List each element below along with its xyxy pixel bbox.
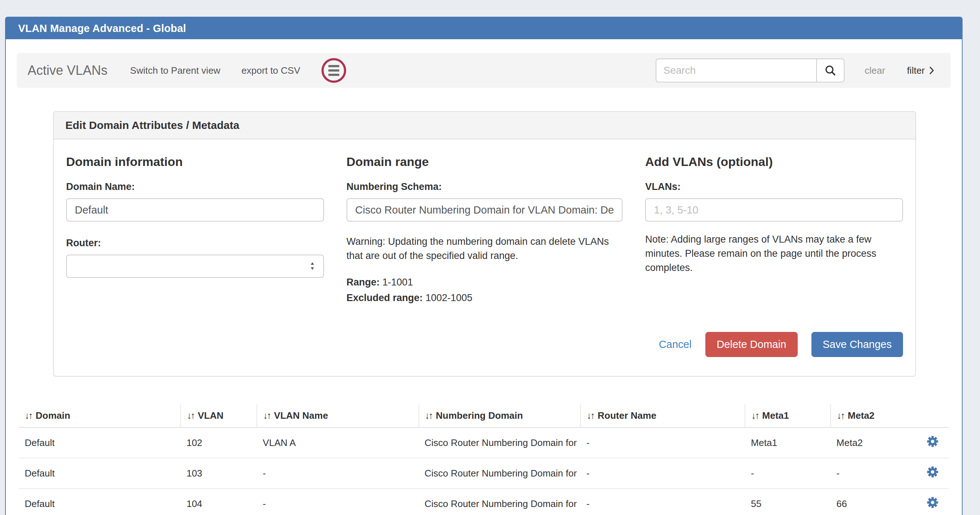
column-header-actions xyxy=(916,404,949,428)
sort-icon: ↓↑ xyxy=(837,410,844,421)
cell-router-name: - xyxy=(581,428,745,458)
edit-panel-body: Domain information Domain Name: Router: xyxy=(54,140,915,376)
filter-toggle[interactable]: filter xyxy=(907,65,934,76)
row-settings-gear-button[interactable] xyxy=(927,436,938,447)
column-header-meta1[interactable]: ↓↑Meta1 xyxy=(745,404,831,428)
cell-numbering-domain: Cisco Router Numbering Domain for … xyxy=(419,428,581,458)
cell-meta1: Meta1 xyxy=(745,428,831,458)
sort-icon: ↓↑ xyxy=(263,410,270,421)
cell-vlan: 103 xyxy=(181,458,257,488)
column-header-meta2[interactable]: ↓↑Meta2 xyxy=(831,404,916,428)
cell-domain: Default xyxy=(19,428,181,458)
cell-vlan: 104 xyxy=(181,488,257,515)
range-value: 1-1001 xyxy=(382,277,413,288)
cell-domain: Default xyxy=(19,458,181,488)
numbering-schema-value: Cisco Router Numbering Domain for VLAN D… xyxy=(355,204,614,216)
column-header-vlan[interactable]: ↓↑VLAN xyxy=(181,404,257,428)
column-header-label: Domain xyxy=(36,410,70,421)
cancel-button[interactable]: Cancel xyxy=(659,339,692,350)
toolbar: Active VLANs Switch to Parent view expor… xyxy=(17,53,951,88)
domain-information-section: Domain information Domain Name: Router: xyxy=(66,155,324,308)
cell-router-name: - xyxy=(581,488,745,515)
domain-name-field-block: Domain Name: xyxy=(66,181,324,221)
cell-meta2: - xyxy=(831,458,916,488)
add-vlans-heading: Add VLANs (optional) xyxy=(645,155,903,169)
cell-vlan-name: VLAN A xyxy=(257,428,418,458)
column-header-numbering-domain[interactable]: ↓↑Numbering Domain xyxy=(419,404,581,428)
range-line: Range: 1-1001 xyxy=(347,277,622,288)
range-info: Range: 1-1001 Excluded range: 1002-1005 xyxy=(347,277,622,304)
row-settings-gear-button[interactable] xyxy=(927,466,938,478)
edit-form-grid: Domain information Domain Name: Router: xyxy=(66,155,903,308)
router-field-block: Router: xyxy=(66,237,324,278)
cell-router-name: - xyxy=(581,458,745,488)
column-header-label: VLAN xyxy=(197,410,223,421)
hamburger-icon xyxy=(328,65,339,67)
cell-actions xyxy=(916,458,949,488)
vlan-table: ↓↑Domain↓↑VLAN↓↑VLAN Name↓↑Numbering Dom… xyxy=(19,404,949,515)
edit-panel-title: Edit Domain Attributes / Metadata xyxy=(54,112,915,140)
vlans-input[interactable] xyxy=(645,198,903,221)
cell-vlan-name: - xyxy=(257,458,418,488)
router-select[interactable] xyxy=(66,254,324,278)
router-label: Router: xyxy=(66,237,324,249)
vlan-table-wrap: ↓↑Domain↓↑VLAN↓↑VLAN Name↓↑Numbering Dom… xyxy=(17,404,951,515)
gear-icon xyxy=(927,436,938,447)
sort-icon: ↓↑ xyxy=(587,410,594,421)
actions-row: Cancel Delete Domain Save Changes xyxy=(66,332,903,357)
table-row: Default102VLAN ACisco Router Numbering D… xyxy=(19,428,949,458)
domain-name-label: Domain Name: xyxy=(66,181,324,192)
column-header-router-name[interactable]: ↓↑Router Name xyxy=(581,404,745,428)
sort-icon: ↓↑ xyxy=(25,410,32,421)
chevron-right-icon xyxy=(929,66,934,75)
add-vlans-section: Add VLANs (optional) VLANs: Note: Adding… xyxy=(645,155,903,308)
magnifier-icon xyxy=(824,64,837,76)
table-row: Default103-Cisco Router Numbering Domain… xyxy=(19,458,949,488)
cell-meta1: - xyxy=(745,458,831,488)
clear-link[interactable]: clear xyxy=(865,65,885,76)
hamburger-menu-button[interactable] xyxy=(321,58,346,83)
title-bar: VLAN Manage Advanced - Global xyxy=(6,17,962,39)
domain-name-input[interactable] xyxy=(66,198,324,221)
save-changes-button[interactable]: Save Changes xyxy=(811,332,903,357)
page-title: VLAN Manage Advanced - Global xyxy=(18,22,186,35)
sort-icon: ↓↑ xyxy=(425,410,432,421)
add-vlans-note: Note: Adding large ranges of VLANs may t… xyxy=(645,232,903,275)
numbering-schema-label: Numbering Schema: xyxy=(347,181,622,192)
panel-body: Active VLANs Switch to Parent view expor… xyxy=(6,39,962,515)
cell-actions xyxy=(916,488,949,515)
sort-icon: ↓↑ xyxy=(751,410,759,421)
select-arrows-icon xyxy=(309,261,315,271)
active-vlans-heading: Active VLANs xyxy=(28,63,108,78)
edit-domain-panel: Edit Domain Attributes / Metadata Domain… xyxy=(53,111,916,377)
domain-information-heading: Domain information xyxy=(66,155,324,169)
numbering-schema-select[interactable]: Cisco Router Numbering Domain for VLAN D… xyxy=(347,198,622,221)
numbering-warning-text: Warning: Updating the numbering domain c… xyxy=(347,235,622,263)
cell-meta1: 55 xyxy=(745,488,831,515)
column-header-domain[interactable]: ↓↑Domain xyxy=(19,404,181,428)
switch-parent-view-link[interactable]: Switch to Parent view xyxy=(130,65,221,76)
cell-meta2: 66 xyxy=(831,488,916,515)
excluded-range-value: 1002-1005 xyxy=(425,292,472,303)
export-csv-link[interactable]: export to CSV xyxy=(242,65,301,76)
gear-icon xyxy=(927,497,938,508)
row-settings-gear-button[interactable] xyxy=(927,497,938,508)
search-input[interactable] xyxy=(655,59,816,83)
column-header-label: Router Name xyxy=(598,410,656,421)
column-header-label: VLAN Name xyxy=(274,410,328,421)
table-header-row: ↓↑Domain↓↑VLAN↓↑VLAN Name↓↑Numbering Dom… xyxy=(19,404,949,428)
search-button[interactable] xyxy=(816,59,845,83)
delete-domain-button[interactable]: Delete Domain xyxy=(705,332,798,357)
filter-label: filter xyxy=(907,65,925,76)
column-header-label: Meta1 xyxy=(762,410,789,421)
domain-range-section: Domain range Numbering Schema: Cisco Rou… xyxy=(347,155,622,308)
cell-actions xyxy=(916,428,949,458)
app-window: VLAN Manage Advanced - Global Active VLA… xyxy=(5,17,963,515)
domain-range-heading: Domain range xyxy=(347,155,622,169)
gear-icon xyxy=(927,466,938,478)
cell-numbering-domain: Cisco Router Numbering Domain for … xyxy=(419,458,581,488)
column-header-label: Numbering Domain xyxy=(436,410,523,421)
column-header-vlan-name[interactable]: ↓↑VLAN Name xyxy=(257,404,418,428)
range-label: Range: xyxy=(347,277,380,288)
table-row: Default104-Cisco Router Numbering Domain… xyxy=(19,488,949,515)
